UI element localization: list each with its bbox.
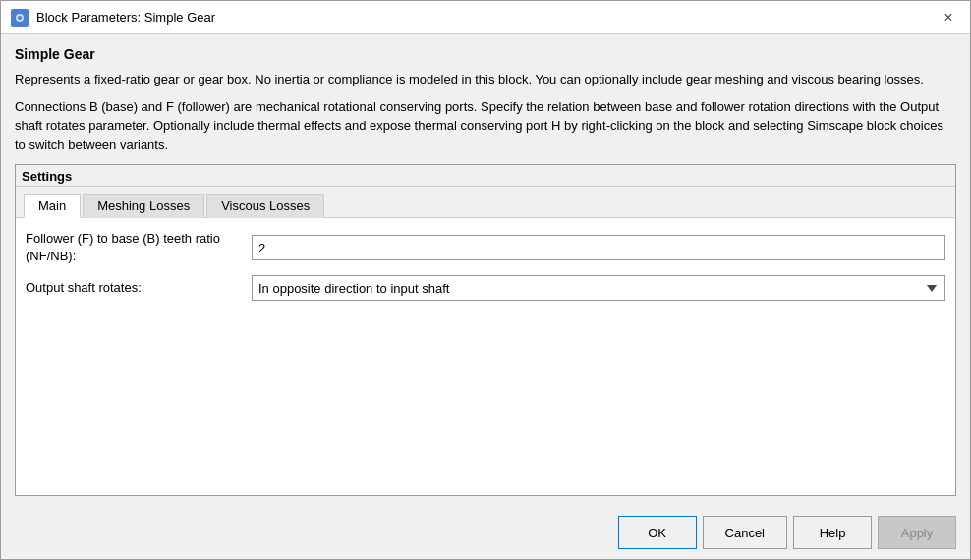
output-shaft-row: Output shaft rotates: In opposite direct… <box>26 275 945 301</box>
block-name: Simple Gear <box>15 46 956 62</box>
dialog-footer: OK Cancel Help Apply <box>1 506 970 559</box>
close-button[interactable]: × <box>937 6 960 29</box>
tab-viscous-losses[interactable]: Viscous Losses <box>206 194 324 218</box>
svg-point-2 <box>18 16 22 20</box>
apply-button[interactable]: Apply <box>878 516 956 549</box>
ok-button[interactable]: OK <box>618 516 697 549</box>
description-paragraph-2: Connections B (base) and F (follower) ar… <box>15 97 956 155</box>
title-bar-left: Block Parameters: Simple Gear <box>11 9 215 27</box>
follower-ratio-label: Follower (F) to base (B) teeth ratio (NF… <box>26 230 252 265</box>
settings-label: Settings <box>16 165 955 187</box>
tab-main[interactable]: Main <box>24 194 81 218</box>
tab-content-main: Follower (F) to base (B) teeth ratio (NF… <box>16 218 955 495</box>
follower-ratio-input[interactable] <box>252 235 945 260</box>
description-paragraph-1: Represents a fixed-ratio gear or gear bo… <box>15 70 956 89</box>
settings-section: Settings Main Meshing Losses Viscous Los… <box>15 164 956 496</box>
tab-meshing-losses[interactable]: Meshing Losses <box>83 194 204 218</box>
follower-ratio-row: Follower (F) to base (B) teeth ratio (NF… <box>26 230 945 265</box>
dialog-window: Block Parameters: Simple Gear × Simple G… <box>0 0 971 560</box>
dialog-icon <box>11 9 29 27</box>
output-shaft-label: Output shaft rotates: <box>26 279 252 297</box>
dialog-title: Block Parameters: Simple Gear <box>36 10 215 25</box>
tabs-bar: Main Meshing Losses Viscous Losses <box>16 187 955 218</box>
output-shaft-select[interactable]: In opposite direction to input shaft In … <box>252 275 945 301</box>
title-bar: Block Parameters: Simple Gear × <box>1 1 970 34</box>
cancel-button[interactable]: Cancel <box>703 516 787 549</box>
block-description: Represents a fixed-ratio gear or gear bo… <box>15 70 956 154</box>
help-button[interactable]: Help <box>793 516 872 549</box>
dialog-body: Simple Gear Represents a fixed-ratio gea… <box>1 34 970 506</box>
